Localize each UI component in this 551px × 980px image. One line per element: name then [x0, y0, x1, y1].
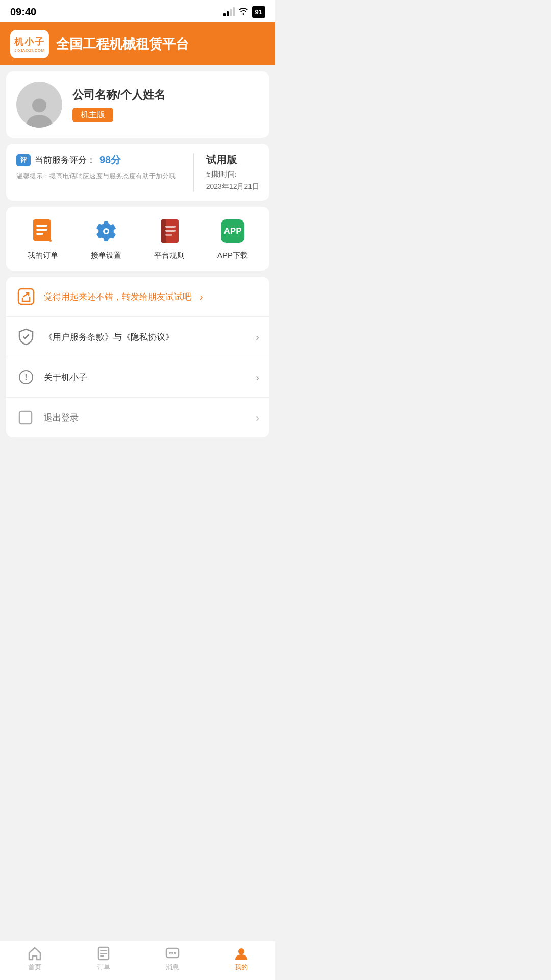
svg-rect-14 — [18, 289, 34, 304]
svg-rect-11 — [165, 226, 176, 228]
app-header: 机小子 JIXIAOZI.COM 全国工程机械租赁平台 — [0, 22, 276, 65]
status-bar: 09:40 91 — [0, 0, 276, 22]
content-area: 公司名称/个人姓名 机主版 评 当前服务评分： 98分 温馨提示：提高电话响应速… — [0, 65, 276, 491]
signal-icon — [223, 7, 235, 16]
action-app-label: APP下载 — [217, 251, 248, 260]
svg-rect-13 — [165, 234, 172, 236]
gear-icon — [92, 217, 120, 246]
action-settings-label: 接单设置 — [91, 251, 121, 260]
svg-rect-6 — [36, 233, 43, 235]
menu-item-logout[interactable]: 退出登录 › — [6, 398, 269, 437]
share-chevron-icon: › — [199, 291, 203, 303]
action-my-orders[interactable]: 我的订单 — [11, 217, 74, 260]
menu-item-about[interactable]: ! 关于机小子 › — [6, 357, 269, 398]
menu-terms-text: 《用户服务条款》与《隐私协议》 — [44, 331, 247, 343]
shield-icon — [16, 327, 36, 347]
info-icon: ! — [16, 368, 36, 387]
profile-name: 公司名称/个人姓名 — [72, 87, 165, 103]
profile-info: 公司名称/个人姓名 机主版 — [72, 87, 165, 122]
wifi-icon — [238, 7, 249, 17]
quick-actions: 我的订单 接单设置 — [6, 207, 269, 271]
share-icon — [16, 287, 36, 306]
expire-date: 2023年12月21日 — [206, 182, 259, 191]
svg-rect-5 — [36, 229, 47, 231]
action-orders-label: 我的订单 — [28, 251, 58, 260]
score-card: 评 当前服务评分： 98分 温馨提示：提高电话响应速度与服务态度有助于加分哦 试… — [6, 144, 269, 201]
action-app-download[interactable]: APP APP下载 — [201, 217, 264, 260]
svg-rect-12 — [165, 230, 176, 232]
logout-icon — [16, 408, 36, 427]
score-header: 评 当前服务评分： 98分 — [16, 153, 183, 167]
terms-chevron-icon: › — [256, 331, 259, 343]
order-icon — [29, 217, 57, 246]
logout-chevron-icon: › — [256, 412, 259, 424]
menu-card: 觉得用起来还不错，转发给朋友试试吧 › 《用户服务条款》与《隐私协议》 › ! … — [6, 277, 269, 437]
profile-card: 公司名称/个人姓名 机主版 — [6, 71, 269, 138]
trial-title: 试用版 — [206, 153, 259, 167]
score-tip: 温馨提示：提高电话响应速度与服务态度有助于加分哦 — [16, 171, 183, 181]
bottom-spacer — [6, 444, 269, 484]
app-title: 全国工程机械租赁平台 — [56, 35, 189, 53]
action-platform-rules[interactable]: 平台规则 — [138, 217, 201, 260]
svg-rect-15 — [19, 411, 32, 424]
app-logo: 机小子 JIXIAOZI.COM — [10, 30, 49, 58]
score-label: 当前服务评分： — [35, 154, 95, 166]
logo-title: 机小子 — [14, 36, 45, 48]
score-left: 评 当前服务评分： 98分 温馨提示：提高电话响应速度与服务态度有助于加分哦 — [16, 153, 194, 191]
action-rules-label: 平台规则 — [154, 251, 185, 260]
expire-label: 到期时间: — [206, 170, 259, 179]
about-chevron-icon: › — [256, 372, 259, 383]
menu-item-terms[interactable]: 《用户服务条款》与《隐私协议》 › — [6, 317, 269, 357]
battery-icon: 91 — [252, 6, 265, 18]
profile-badge[interactable]: 机主版 — [72, 108, 113, 122]
app-download-icon: APP — [218, 217, 247, 246]
status-time: 09:40 — [10, 6, 36, 18]
book-icon — [155, 217, 184, 246]
score-value: 98分 — [99, 153, 121, 167]
score-right: 试用版 到期时间: 2023年12月21日 — [194, 153, 259, 191]
score-tag: 评 — [16, 154, 31, 166]
status-icons: 91 — [223, 6, 265, 18]
menu-item-share[interactable]: 觉得用起来还不错，转发给朋友试试吧 › — [6, 277, 269, 317]
svg-point-1 — [32, 98, 46, 112]
menu-logout-text: 退出登录 — [44, 412, 247, 424]
menu-share-text: 觉得用起来还不错，转发给朋友试试吧 — [44, 291, 191, 303]
avatar — [16, 82, 62, 128]
svg-rect-4 — [36, 225, 47, 227]
menu-about-text: 关于机小子 — [44, 372, 247, 383]
action-order-settings[interactable]: 接单设置 — [74, 217, 138, 260]
logo-sub: JIXIAOZI.COM — [14, 48, 44, 53]
svg-point-8 — [105, 230, 108, 233]
